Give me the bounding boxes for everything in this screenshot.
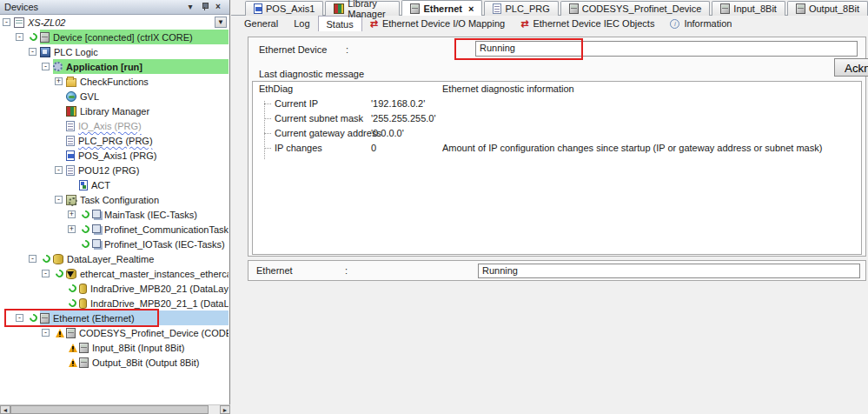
status-group-box: Ethernet Device : Running Last diagnosti…	[248, 37, 866, 257]
expander-plus-icon[interactable]: +	[55, 77, 66, 85]
expander-minus-icon[interactable]: -	[42, 270, 53, 277]
tree-item-io-axis-prg[interactable]: IO_Axis (PRG)	[0, 118, 229, 133]
tree-item-xs-zl02[interactable]: -XS-ZL02	[0, 15, 229, 30]
task-icon	[92, 224, 101, 233]
subtab-information[interactable]: iInformation	[662, 16, 739, 31]
tree-item-gvl[interactable]: GVL	[0, 89, 229, 104]
expander-minus-icon[interactable]: -	[3, 18, 14, 26]
codesys-ide-window: { "glyphs": { "menu_down": "▾", "close":…	[0, 0, 868, 414]
diag-row-connector	[264, 133, 271, 134]
ethernet-status-field: Running	[478, 264, 860, 278]
prg-icon	[66, 165, 75, 176]
tree-item-checkfunctions[interactable]: +CheckFunctions	[0, 74, 229, 89]
information-icon: i	[670, 19, 679, 29]
plc-icon	[40, 47, 50, 57]
device-icon	[720, 3, 730, 14]
tree-item-pou12-prg[interactable]: -POU12 (PRG)	[0, 163, 229, 177]
tree-item-device-connected-ctrlx-core[interactable]: -Device [connected] (ctrlX CORE)	[0, 30, 229, 44]
subtab-ethernet-device-iec-objects[interactable]: ⇄Ethernet Device IEC Objects	[513, 16, 662, 31]
scroll-left-icon[interactable]: ◄	[0, 405, 10, 414]
tab-input-8bit[interactable]: Input_8Bit	[712, 1, 785, 16]
device-icon	[79, 357, 89, 368]
subtab-log[interactable]: Log	[286, 16, 317, 31]
diag-description: Amount of IP configuration changes since…	[442, 143, 822, 153]
expander-minus-icon[interactable]: -	[42, 329, 53, 337]
tree-item-label: PLC Logic	[53, 47, 101, 57]
online-sync-icon	[40, 255, 53, 263]
prg-icon	[66, 136, 75, 146]
expander-minus-icon[interactable]: -	[29, 255, 40, 263]
expander-minus-icon[interactable]: -	[42, 63, 53, 70]
tree-item-codesys-profinet-device-codesys-profine[interactable]: -CODESYS_Profinet_Device (CODESYS Profin…	[0, 325, 229, 340]
close-panel-icon[interactable]: ×	[211, 2, 225, 13]
tree-item-maintask-iec-tasks[interactable]: +MainTask (IEC-Tasks)	[0, 207, 229, 222]
ethernet-device-colon: :	[346, 44, 348, 55]
tree-item-output-8bit-output-8bit[interactable]: Output_8Bit (Output 8Bit)	[0, 355, 229, 370]
tree-item-plc-prg-prg[interactable]: PLC_PRG (PRG)	[0, 133, 229, 148]
ethernet-label: Ethernet	[256, 265, 293, 276]
tree-item-indradrive-mpb20-21-1-datalayernod[interactable]: IndraDrive_MPB20_21_1 (DataLayerNod	[0, 296, 229, 310]
tree-item-label: Profinet_IOTask (IEC-Tasks)	[103, 239, 228, 250]
tree-item-indradrive-mpb20-21-datalayernode[interactable]: IndraDrive_MPB20_21 (DataLayerNode)	[0, 281, 229, 296]
tab-label: POS_Axis1	[266, 3, 315, 14]
device-view-tab-bar: GeneralLogStatus⇄Ethernet Device I/O Map…	[236, 16, 739, 31]
scrollbar-thumb[interactable]	[10, 405, 209, 414]
tree-horizontal-scrollbar[interactable]: ◄ ►	[0, 404, 230, 414]
tree-item-profinet-communicationtask-iec-ta[interactable]: +Profinet_CommunicationTask (IEC-Ta	[0, 222, 229, 237]
tree-item-pos-axis1-prg[interactable]: POS_Axis1 (PRG)	[0, 148, 229, 163]
device-icon	[569, 3, 579, 14]
acknowledge-button[interactable]: Acknowledge	[834, 58, 868, 77]
tab-plc-prg[interactable]: PLC_PRG	[484, 1, 558, 16]
tree-item-task-configuration[interactable]: -Task Configuration	[0, 192, 229, 207]
tree-item-datalayer-realtime[interactable]: -DataLayer_Realtime	[0, 251, 229, 266]
tab-library-manager[interactable]: Library Manager	[325, 1, 400, 16]
tree-item-label: POS_Axis1 (PRG)	[77, 150, 159, 161]
device-icon	[79, 343, 89, 353]
pou-icon	[254, 3, 262, 14]
expander-minus-icon[interactable]: -	[16, 33, 27, 41]
tab-output-8bit[interactable]: Output_8Bit	[787, 1, 868, 16]
device-dropdown-button[interactable]: ▼	[215, 17, 227, 28]
tree-item-label: IndraDrive_MPB20_21 (DataLayerNode)	[89, 284, 229, 294]
expander-plus-icon[interactable]: +	[68, 210, 79, 218]
tab-pos-axis1[interactable]: POS_Axis1	[245, 1, 323, 16]
tree-item-act[interactable]: ACT	[0, 177, 229, 192]
tree-item-input-8bit-input-8bit[interactable]: Input_8Bit (Input 8Bit)	[0, 340, 229, 355]
tree-item-profinet-iotask-iec-tasks[interactable]: Profinet_IOTask (IEC-Tasks)	[0, 237, 229, 251]
expander-plus-icon[interactable]: +	[68, 225, 79, 233]
tree-item-ethercat-master-instances-ethercatmaster[interactable]: -ethercat_master_instances_ethercatmaste…	[0, 266, 229, 281]
tree-item-ethernet-ethernet[interactable]: -Ethernet (Ethernet)	[0, 310, 229, 325]
online-sync-icon	[53, 270, 66, 277]
taskcfg-icon	[66, 195, 76, 205]
subtab-general[interactable]: General	[236, 16, 286, 31]
close-tab-icon[interactable]: ×	[468, 3, 474, 14]
expander-minus-icon[interactable]: -	[55, 166, 66, 174]
panel-menu-icon[interactable]: ▾	[183, 2, 197, 13]
expander-minus-icon[interactable]: -	[55, 196, 66, 204]
devices-panel-header: Devices ▾ ×	[0, 0, 229, 15]
expander-minus-icon[interactable]: -	[29, 48, 40, 56]
tree-item-plc-logic[interactable]: -PLC Logic	[0, 44, 229, 59]
diag-row-current-subnet-mask: Current subnet mask'255.255.255.0'	[253, 111, 861, 126]
tree-item-label: ACT	[90, 180, 113, 190]
ecat-icon	[66, 269, 76, 279]
diag-row-connector	[264, 104, 271, 104]
scroll-right-icon[interactable]: ►	[220, 405, 230, 414]
tree-item-library-manager[interactable]: Library Manager	[0, 104, 229, 118]
online-sync-icon	[66, 299, 79, 307]
diag-name: Current IP	[275, 98, 318, 109]
tab-codesys-profinet-device[interactable]: CODESYS_Profinet_Device	[560, 1, 711, 16]
expander-minus-icon[interactable]: -	[16, 314, 27, 322]
diag-value: '0.0.0.0'	[371, 128, 404, 138]
tree-item-label: Output_8Bit (Output 8Bit)	[91, 357, 202, 368]
prg-icon	[66, 121, 75, 131]
scrollbar-track[interactable]	[209, 405, 220, 414]
diag-description: Ethernet diagnostic information	[442, 83, 574, 94]
tab-label: Library Manager	[348, 0, 391, 19]
tree-item-application-run[interactable]: -Application [run]	[0, 59, 229, 74]
devices-panel: Devices ▾ × -XS-ZL02-Device [connected] …	[0, 0, 230, 414]
library-icon	[334, 3, 344, 14]
tab-ethernet[interactable]: Ethernet×	[401, 0, 482, 16]
pin-icon[interactable]	[197, 2, 211, 13]
subtab-label: Ethernet Device I/O Mapping	[382, 18, 505, 29]
